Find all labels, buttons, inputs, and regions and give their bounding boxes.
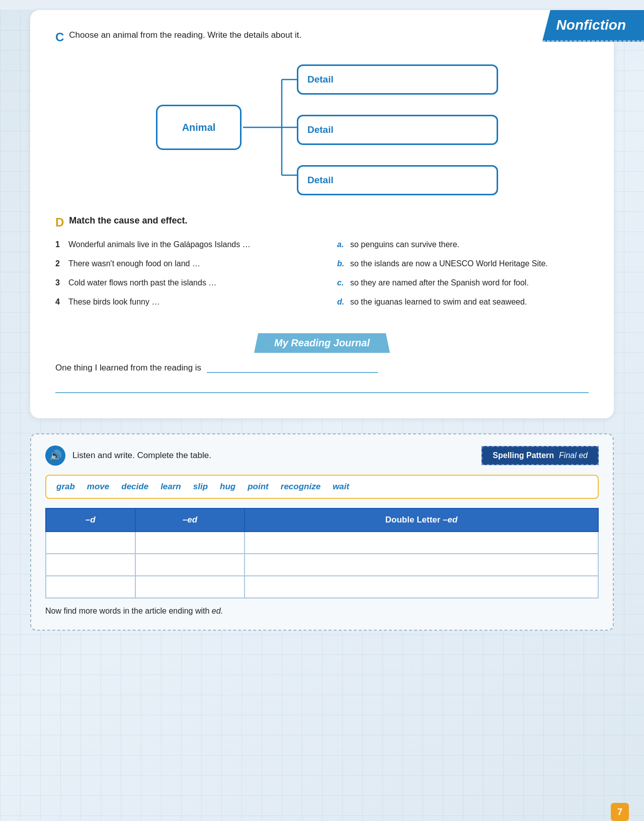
detail-label-3: Detail bbox=[307, 175, 334, 186]
cell-3-1[interactable] bbox=[46, 576, 135, 598]
section-d-title: Match the cause and effect. bbox=[69, 215, 187, 226]
cell-2-2[interactable] bbox=[135, 554, 245, 576]
match-left-2: 2 There wasn't enough food on land … bbox=[55, 258, 307, 270]
word-slip: slip bbox=[193, 482, 208, 492]
table-row-2 bbox=[46, 554, 598, 576]
spelling-pattern-badge: Spelling Pattern Final ed bbox=[481, 446, 599, 465]
cell-1-1[interactable] bbox=[46, 532, 135, 554]
section-d: D Match the cause and effect. 1 Wonderfu… bbox=[55, 215, 589, 315]
detail-box-2[interactable]: Detail bbox=[297, 115, 498, 145]
detail-box-1[interactable]: Detail bbox=[297, 64, 498, 95]
cell-1-3[interactable] bbox=[245, 532, 598, 554]
animal-label: Animal bbox=[182, 122, 216, 133]
match-left-4: 4 These birds look funny … bbox=[55, 296, 307, 308]
table-row-3 bbox=[46, 576, 598, 598]
word-point: point bbox=[248, 482, 269, 492]
match-right-a: a. so penguins can survive there. bbox=[337, 239, 589, 251]
col-header-d: –d bbox=[46, 508, 135, 532]
spelling-header: 🔊 Listen and write. Complete the table. … bbox=[45, 445, 599, 466]
table-row-1 bbox=[46, 532, 598, 554]
match-text-4: These birds look funny … bbox=[68, 296, 159, 308]
match-left: 1 Wonderful animals live in the Galápago… bbox=[55, 239, 307, 315]
match-letter-c: c. bbox=[337, 277, 345, 289]
reading-journal-title: My Reading Journal bbox=[274, 337, 370, 348]
match-right-b: b. so the islands are now a UNESCO World… bbox=[337, 258, 589, 270]
match-letter-a: a. bbox=[337, 239, 345, 251]
words-row: grab move decide learn slip hug point re… bbox=[45, 475, 599, 499]
listen-instruction: Listen and write. Complete the table. bbox=[72, 451, 211, 461]
col-header-double: Double Letter –ed bbox=[245, 508, 598, 532]
match-number-4: 4 bbox=[55, 296, 63, 308]
page-number: 7 bbox=[611, 803, 629, 821]
match-right-c: c. so they are named after the Spanish w… bbox=[337, 277, 589, 289]
animal-box[interactable]: Animal bbox=[156, 105, 242, 150]
section-d-header: D Match the cause and effect. bbox=[55, 215, 589, 230]
cell-2-1[interactable] bbox=[46, 554, 135, 576]
match-answer-c: so they are named after the Spanish word… bbox=[350, 277, 529, 289]
match-right-d: d. so the iguanas learned to swim and ea… bbox=[337, 296, 589, 308]
word-grab: grab bbox=[56, 482, 75, 492]
main-card: C Choose an animal from the reading. Wri… bbox=[30, 10, 614, 418]
match-number-3: 3 bbox=[55, 277, 63, 289]
match-number-1: 1 bbox=[55, 239, 63, 251]
reading-journal-section: My Reading Journal One thing I learned f… bbox=[55, 333, 589, 393]
nonfiction-banner: Nonfiction bbox=[542, 10, 644, 42]
section-d-letter: D bbox=[55, 215, 64, 230]
diagram: Animal Detail Detail Detail bbox=[146, 59, 498, 200]
section-c-header: C Choose an animal from the reading. Wri… bbox=[55, 30, 589, 44]
match-right: a. so penguins can survive there. b. so … bbox=[337, 239, 589, 315]
match-left-1: 1 Wonderful animals live in the Galápago… bbox=[55, 239, 307, 251]
word-move: move bbox=[87, 482, 109, 492]
journal-line[interactable] bbox=[55, 377, 589, 393]
col-header-ed: –ed bbox=[135, 508, 245, 532]
cell-3-3[interactable] bbox=[245, 576, 598, 598]
cell-1-2[interactable] bbox=[135, 532, 245, 554]
match-text-3: Cold water flows north past the islands … bbox=[68, 277, 216, 289]
word-learn: learn bbox=[160, 482, 181, 492]
match-left-3: 3 Cold water flows north past the island… bbox=[55, 277, 307, 289]
spelling-pattern-label: Spelling Pattern bbox=[493, 451, 554, 460]
match-answer-d: so the iguanas learned to swim and eat s… bbox=[350, 296, 527, 308]
match-text-1: Wonderful animals live in the Galápagos … bbox=[68, 239, 251, 251]
match-letter-b: b. bbox=[337, 258, 345, 270]
find-more-text: Now find more words in the article endin… bbox=[45, 607, 599, 616]
detail-label-2: Detail bbox=[307, 124, 334, 135]
spelling-table: –d –ed Double Letter –ed bbox=[45, 508, 599, 599]
word-wait: wait bbox=[333, 482, 349, 492]
word-decide: decide bbox=[121, 482, 148, 492]
cell-2-3[interactable] bbox=[245, 554, 598, 576]
spelling-box: 🔊 Listen and write. Complete the table. … bbox=[30, 433, 614, 631]
match-columns: 1 Wonderful animals live in the Galápago… bbox=[55, 239, 589, 315]
footer-italic: ed. bbox=[212, 607, 223, 615]
match-answer-b: so the islands are now a UNESCO World He… bbox=[350, 258, 548, 270]
cell-3-2[interactable] bbox=[135, 576, 245, 598]
match-text-2: There wasn't enough food on land … bbox=[68, 258, 200, 270]
footer-text: Now find more words in the article endin… bbox=[45, 607, 209, 615]
reading-journal-banner: My Reading Journal bbox=[254, 333, 390, 353]
word-hug: hug bbox=[220, 482, 235, 492]
listen-area: 🔊 Listen and write. Complete the table. bbox=[45, 445, 211, 466]
match-number-2: 2 bbox=[55, 258, 63, 270]
speaker-icon[interactable]: 🔊 bbox=[45, 445, 65, 466]
section-c-instruction: Choose an animal from the reading. Write… bbox=[69, 30, 301, 40]
word-recognize: recognize bbox=[281, 482, 320, 492]
journal-prompt-text: One thing I learned from the reading is bbox=[55, 363, 201, 372]
detail-box-3[interactable]: Detail bbox=[297, 165, 498, 195]
journal-prompt: One thing I learned from the reading is bbox=[55, 363, 589, 373]
match-answer-a: so penguins can survive there. bbox=[350, 239, 459, 251]
section-c-letter: C bbox=[55, 30, 64, 44]
match-letter-d: d. bbox=[337, 296, 345, 308]
genre-label: Nonfiction bbox=[556, 17, 626, 33]
journal-underline bbox=[207, 372, 378, 373]
spelling-pattern-value: Final ed bbox=[559, 451, 588, 460]
detail-label-1: Detail bbox=[307, 74, 334, 85]
